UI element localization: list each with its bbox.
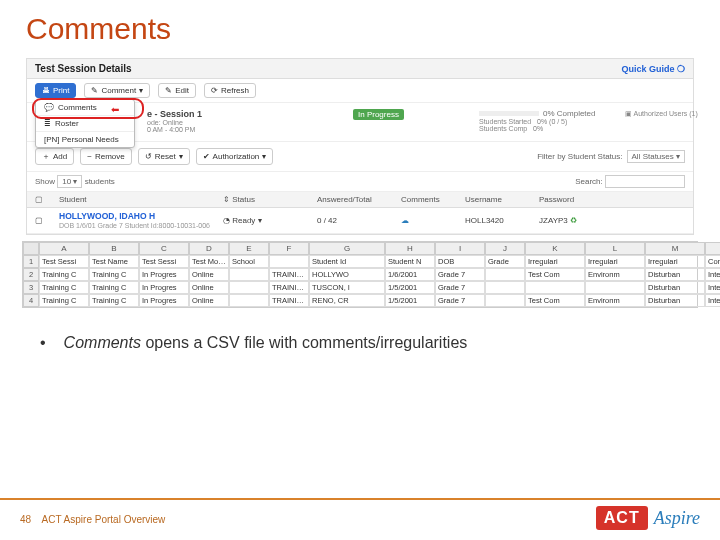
excel-cell: School — [229, 255, 269, 268]
session-time: 0 AM - 4:00 PM — [147, 126, 347, 133]
excel-cell: Grade 7 — [435, 281, 485, 294]
excel-row-num: 2 — [23, 268, 39, 281]
excel-col-letter: D — [189, 242, 229, 255]
bullet-point: • Comments opens a CSV file with comment… — [40, 334, 680, 352]
help-icon: ❍ — [677, 64, 685, 74]
excel-cell — [585, 281, 645, 294]
authorization-button[interactable]: ✔ Authorization ▾ — [196, 148, 274, 165]
excel-col-letter: N — [705, 242, 720, 255]
row-status[interactable]: ◔ Ready ▾ — [223, 216, 313, 225]
excel-cell: Grade — [485, 255, 525, 268]
slide-number: 48 — [20, 514, 31, 525]
col-username: Username — [465, 195, 535, 204]
refresh-button[interactable]: ⟳ Refresh — [204, 83, 256, 98]
row-username: HOLL3420 — [465, 216, 535, 225]
col-answered: Answered/Total — [317, 195, 397, 204]
excel-row-num: 1 — [23, 255, 39, 268]
comment-button[interactable]: ✎ Comment ▾ — [84, 83, 150, 98]
excel-cell: 1/6/2001 — [385, 268, 435, 281]
remove-button[interactable]: − Remove — [80, 148, 131, 165]
status-badge: In Progress — [353, 109, 404, 120]
excel-col-letter: I — [435, 242, 485, 255]
slide-footer: 48 ACT Aspire Portal Overview ACT Aspire — [0, 498, 720, 540]
add-button[interactable]: ＋ Add — [35, 148, 74, 165]
excel-cell: 1/5/2001 — [385, 294, 435, 307]
row-checkbox[interactable]: ▢ — [35, 216, 55, 225]
excel-cell: Student N — [385, 255, 435, 268]
excel-cell: Irregulari — [585, 255, 645, 268]
excel-cell — [229, 281, 269, 294]
excel-cell: Training C — [89, 294, 139, 307]
filter-label: Filter by Student Status: — [537, 152, 622, 161]
excel-cell: HOLLYWO — [309, 268, 385, 281]
excel-cell: DOB — [435, 255, 485, 268]
show-count-select[interactable]: 10 ▾ — [57, 175, 82, 188]
excel-cell: Online — [189, 268, 229, 281]
excel-col-letter: E — [229, 242, 269, 255]
table-header: ▢ Student ⇕ Status Answered/Total Commen… — [27, 192, 693, 208]
excel-cell: Irregulari — [525, 255, 585, 268]
excel-cell: Commen — [705, 255, 720, 268]
excel-col-letter: F — [269, 242, 309, 255]
act-logo: ACT — [596, 506, 648, 530]
excel-cell: Internet c — [705, 294, 720, 307]
excel-col-letter: B — [89, 242, 139, 255]
dropdown-item-comments[interactable]: 💬 Comments — [36, 100, 134, 116]
excel-cell — [269, 255, 309, 268]
excel-col-letter: C — [139, 242, 189, 255]
col-password: Password — [539, 195, 599, 204]
aspire-logo: Aspire — [654, 508, 700, 529]
row-answered: 0 / 42 — [317, 216, 397, 225]
excel-cell: Disturban — [645, 281, 705, 294]
excel-cell — [485, 268, 525, 281]
excel-cell: Training C — [39, 294, 89, 307]
checkbox-all[interactable]: ▢ — [35, 195, 55, 204]
reset-button[interactable]: ↺ Reset ▾ — [138, 148, 190, 165]
quick-guide-link[interactable]: Quick Guide ❍ — [621, 64, 685, 74]
dropdown-item-pn[interactable]: [PN] Personal Needs — [36, 132, 134, 147]
excel-cell: TRAINING 5004-4000 — [269, 268, 309, 281]
logo: ACT Aspire — [596, 506, 700, 530]
excel-cell: Grade 7 — [435, 294, 485, 307]
excel-cell: 1/5/2001 — [385, 281, 435, 294]
search-input[interactable] — [605, 175, 685, 188]
bullet-text: opens a CSV file with comments/irregular… — [141, 334, 467, 351]
excel-cell: Student Id — [309, 255, 385, 268]
excel-cell: TUSCON, I — [309, 281, 385, 294]
student-name[interactable]: HOLLYWOOD, IDAHO H — [59, 211, 155, 221]
excel-cell: Test Com — [525, 268, 585, 281]
excel-preview: ABCDEFGHIJKLMNO 1Test SessiTest NameTest… — [22, 241, 698, 308]
row-comments-icon[interactable]: ☁ — [401, 216, 461, 225]
screenshot-panel: Test Session Details Quick Guide ❍ 🖶 Pri… — [26, 58, 694, 235]
excel-col-letter: H — [385, 242, 435, 255]
recycle-icon[interactable]: ♻ — [570, 216, 577, 225]
excel-cell: Disturban — [645, 294, 705, 307]
progress-bar: 0% Completed — [479, 109, 619, 118]
excel-cell: RENO, CR — [309, 294, 385, 307]
excel-row-num: 3 — [23, 281, 39, 294]
bullet-dot-icon: • — [40, 334, 46, 352]
authorized-users[interactable]: ▣ Authorized Users (1) — [625, 110, 698, 117]
row-password: JZAYP3 ♻ — [539, 216, 599, 225]
session-name: e - Session 1 — [147, 109, 347, 119]
excel-cell — [485, 294, 525, 307]
toolbar: 🖶 Print ✎ Comment ▾ ✎ Edit ⟳ Refresh ⬅ 💬… — [27, 79, 693, 103]
excel-cell: Test Mode — [189, 255, 229, 268]
edit-button[interactable]: ✎ Edit — [158, 83, 196, 98]
excel-cell: Internet c — [705, 281, 720, 294]
list-controls: Show 10 ▾ students Search: — [27, 172, 693, 192]
col-student[interactable]: Student — [59, 195, 219, 204]
excel-row-num: 4 — [23, 294, 39, 307]
excel-cell: Internet c — [705, 268, 720, 281]
filter-select[interactable]: All Statuses ▾ — [627, 150, 685, 163]
excel-cell: Environm — [585, 268, 645, 281]
session-mode: ode: Online — [147, 119, 347, 126]
excel-cell: Training C — [89, 281, 139, 294]
excel-cell: In Progres — [139, 268, 189, 281]
excel-cell — [525, 281, 585, 294]
print-button[interactable]: 🖶 Print — [35, 83, 76, 98]
table-row: ▢ HOLLYWOOD, IDAHO H DOB 1/6/01 Grade 7 … — [27, 208, 693, 234]
col-status[interactable]: ⇕ Status — [223, 195, 313, 204]
excel-cell: Online — [189, 281, 229, 294]
dropdown-item-roster[interactable]: ≣ Roster — [36, 116, 134, 132]
